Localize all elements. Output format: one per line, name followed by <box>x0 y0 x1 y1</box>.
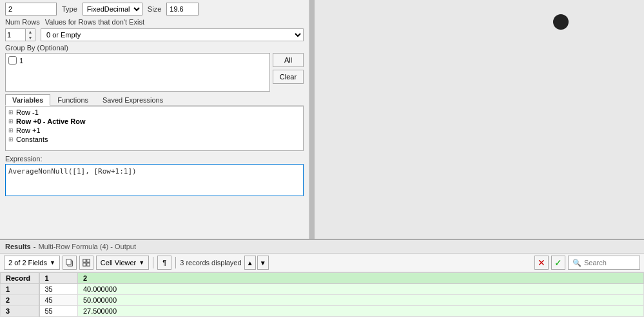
results-header: Results - Multi-Row Formula (4) - Output <box>0 240 644 254</box>
copy-icon-btn[interactable] <box>63 256 77 270</box>
var-row-0[interactable]: ⊞ Row +0 - Active Row <box>7 117 302 126</box>
big-dot <box>553 14 569 30</box>
fields-dropdown[interactable]: 2 of 2 Fields ▼ <box>4 256 60 270</box>
search-input[interactable] <box>584 259 636 267</box>
group-by-item: 1 <box>8 56 267 65</box>
cell-col2-2: 50.000000 <box>78 295 644 306</box>
table-row: 3 55 27.500000 <box>1 306 644 317</box>
cell-col1-2: 45 <box>39 295 78 306</box>
var-label: Row +1 <box>16 126 41 134</box>
col-header-1: 1 <box>39 273 78 284</box>
tab-variables[interactable]: Variables <box>5 94 50 106</box>
cell-viewer-btn[interactable]: Cell Viewer ▼ <box>96 256 149 270</box>
toolbar-separator-1 <box>153 257 153 268</box>
num-input[interactable]: 2 <box>5 3 57 15</box>
spinner-input[interactable]: 1 <box>6 31 25 39</box>
cell-viewer-label: Cell Viewer <box>101 259 136 267</box>
fields-label: 2 of 2 Fields <box>8 259 47 267</box>
search-box: 🔍 <box>568 256 640 270</box>
all-button[interactable]: All <box>273 53 304 67</box>
group-by-checkbox[interactable] <box>8 56 17 65</box>
cell-col2-1: 40.000000 <box>78 284 644 295</box>
table-body: 1 35 40.000000 2 45 50.000000 3 55 27.50… <box>1 284 644 317</box>
tabs-bar: Variables Functions Saved Expressions <box>5 94 304 106</box>
col-header-2: 2 <box>78 273 644 284</box>
nav-down-btn[interactable]: ▼ <box>257 256 269 270</box>
size-input[interactable]: 19.6 <box>166 3 199 15</box>
canvas-area: AverageNonNull([1], [Row+1:1]) AverageNo… <box>315 0 644 239</box>
records-label: 3 records displayed <box>180 259 241 267</box>
svg-rect-4 <box>83 263 86 267</box>
cell-col2-3: 27.500000 <box>78 306 644 317</box>
var-label: Constants <box>16 136 48 143</box>
results-toolbar: 2 of 2 Fields ▼ Cell Vie <box>0 254 644 272</box>
svg-rect-2 <box>83 259 86 263</box>
group-by-box: 1 All Clear <box>5 53 304 92</box>
var-row-plus1[interactable]: ⊞ Row +1 <box>7 126 302 135</box>
clear-button[interactable]: Clear <box>273 70 304 84</box>
cell-col1-3: 55 <box>39 306 78 317</box>
expression-box[interactable]: AverageNonNull([1], [Row+1:1]) <box>5 164 304 196</box>
spinner-down-btn[interactable]: ▼ <box>26 35 35 41</box>
main-container: 2 Type FixedDecimal Size 19.6 Num Rows V… <box>0 0 644 333</box>
table-header-row: Record 1 2 <box>1 273 644 284</box>
spinner-up-btn[interactable]: ▲ <box>26 29 35 35</box>
svg-rect-3 <box>87 259 90 263</box>
expression-label: Expression: <box>5 155 304 163</box>
cell-record-1: 1 <box>1 284 39 295</box>
chevron-down-icon: ▼ <box>50 259 55 266</box>
group-by-list: 1 <box>5 53 270 92</box>
var-row-minus1[interactable]: ⊞ Row -1 <box>7 108 302 117</box>
grid-icon-btn[interactable] <box>79 256 93 270</box>
results-subtitle: Multi-Row Formula (4) - Output <box>38 243 136 250</box>
results-separator: - <box>34 243 36 250</box>
type-select[interactable]: FixedDecimal <box>83 3 142 15</box>
expand-icon: ⊞ <box>8 109 14 116</box>
cell-record-3: 3 <box>1 306 39 317</box>
chevron-down-icon-2: ▼ <box>139 259 144 266</box>
tab-functions[interactable]: Functions <box>50 94 95 105</box>
type-label: Type <box>62 5 77 13</box>
canvas-panel: AverageNonNull([1], [Row+1:1]) AverageNo… <box>315 0 644 239</box>
confirm-btn[interactable]: ✓ <box>551 256 565 270</box>
results-table: Record 1 2 1 35 40.000000 2 45 50.000000 <box>0 272 644 317</box>
toolbar-separator-2 <box>175 257 176 268</box>
group-by-buttons: All Clear <box>273 53 304 92</box>
tab-saved-expressions[interactable]: Saved Expressions <box>95 94 170 105</box>
table-row: 2 45 50.000000 <box>1 295 644 306</box>
paragraph-icon: ¶ <box>162 259 166 267</box>
expand-icon: ⊞ <box>8 118 14 125</box>
paragraph-icon-btn[interactable]: ¶ <box>157 256 171 270</box>
cell-record-2: 2 <box>1 295 39 306</box>
svg-rect-1 <box>66 259 72 265</box>
cell-col1-1: 35 <box>39 284 78 295</box>
results-title: Results <box>5 243 31 250</box>
left-panel: 2 Type FixedDecimal Size 19.6 Num Rows V… <box>0 0 309 239</box>
table-row: 1 35 40.000000 <box>1 284 644 295</box>
copy-icon <box>66 259 73 267</box>
expand-icon: ⊞ <box>8 127 14 134</box>
nav-up-btn[interactable]: ▲ <box>244 256 256 270</box>
num-rows-input-row: 1 ▲ ▼ 0 or Empty <box>5 28 304 41</box>
size-label: Size <box>148 5 161 13</box>
num-rows-row: Num Rows Values for Rows that don't Exis… <box>5 18 304 26</box>
cancel-btn[interactable]: ✕ <box>534 256 549 270</box>
nav-arrows: ▲ ▼ <box>244 256 269 270</box>
expand-icon: ⊞ <box>8 136 14 143</box>
values-label: Values for Rows that don't Exist <box>45 18 144 26</box>
col-header-record: Record <box>1 273 39 284</box>
expression-section: Expression: AverageNonNull([1], [Row+1:1… <box>5 155 304 196</box>
var-label-active: Row +0 - Active Row <box>16 117 85 125</box>
spinner-wrap[interactable]: 1 ▲ ▼ <box>5 28 35 41</box>
variables-list: ⊞ Row -1 ⊞ Row +0 - Active Row ⊞ Row +1 … <box>5 106 304 151</box>
group-by-section: Group By (Optional) 1 All Clear <box>5 44 304 92</box>
var-constants[interactable]: ⊞ Constants <box>7 135 302 144</box>
group-by-label: Group By (Optional) <box>5 44 304 52</box>
var-label: Row -1 <box>16 108 39 116</box>
spinner-arrows: ▲ ▼ <box>25 29 35 41</box>
values-dropdown[interactable]: 0 or Empty <box>41 28 304 41</box>
vertical-divider[interactable] <box>309 0 315 239</box>
search-icon: 🔍 <box>572 259 581 267</box>
bottom-panel: Results - Multi-Row Formula (4) - Output… <box>0 239 644 333</box>
group-by-item-label: 1 <box>19 57 23 65</box>
